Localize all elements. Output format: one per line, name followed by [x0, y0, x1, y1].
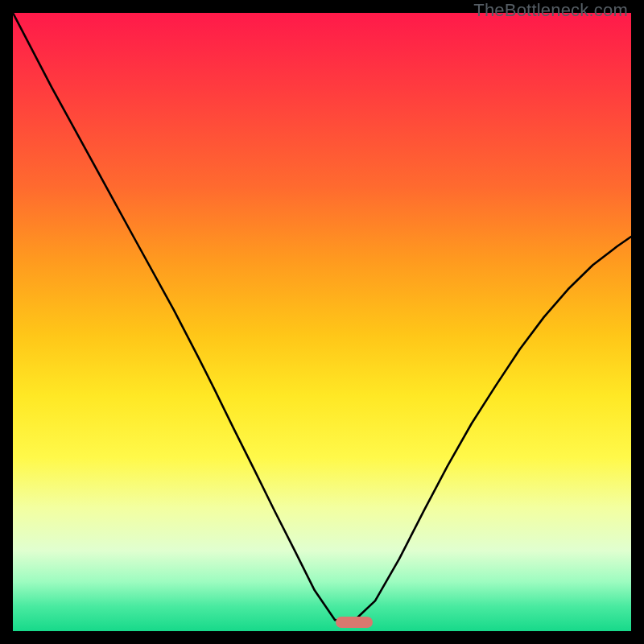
plot-area: [13, 13, 631, 631]
balance-marker: [336, 617, 373, 628]
chart-root: TheBottleneck.com: [0, 0, 644, 644]
watermark-text: TheBottleneck.com: [473, 0, 628, 21]
